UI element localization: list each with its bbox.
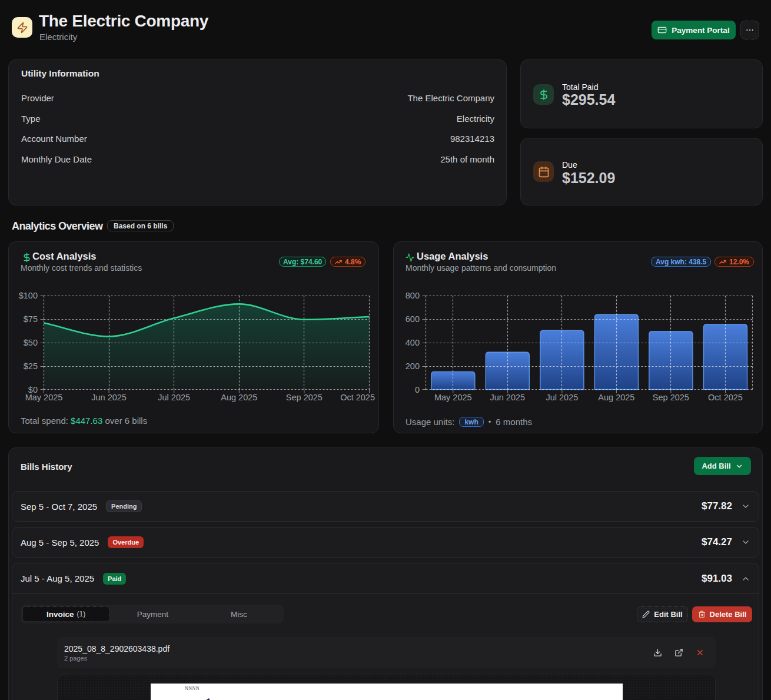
svg-text:Aug 2025: Aug 2025 xyxy=(221,393,257,402)
svg-text:Jun 2025: Jun 2025 xyxy=(91,393,127,402)
svg-text:Oct 2025: Oct 2025 xyxy=(340,393,375,402)
svg-text:800: 800 xyxy=(406,291,420,300)
svg-text:$75: $75 xyxy=(24,314,38,324)
svg-text:Oct 2025: Oct 2025 xyxy=(708,393,743,402)
svg-text:May 2025: May 2025 xyxy=(25,393,63,402)
svg-text:Jul 2025: Jul 2025 xyxy=(546,393,578,402)
svg-text:Jun 2025: Jun 2025 xyxy=(490,393,525,402)
svg-text:400: 400 xyxy=(406,338,420,347)
svg-text:Jul 2025: Jul 2025 xyxy=(158,393,190,402)
svg-text:May 2025: May 2025 xyxy=(434,393,472,402)
svg-text:Aug 2025: Aug 2025 xyxy=(598,393,634,402)
svg-text:600: 600 xyxy=(406,314,420,324)
svg-text:Sep 2025: Sep 2025 xyxy=(286,393,323,402)
svg-text:200: 200 xyxy=(406,361,420,371)
svg-text:$25: $25 xyxy=(24,361,38,371)
svg-text:Sep 2025: Sep 2025 xyxy=(653,393,689,402)
svg-text:$50: $50 xyxy=(24,338,38,347)
svg-text:0: 0 xyxy=(415,385,420,394)
svg-text:$100: $100 xyxy=(19,291,38,300)
